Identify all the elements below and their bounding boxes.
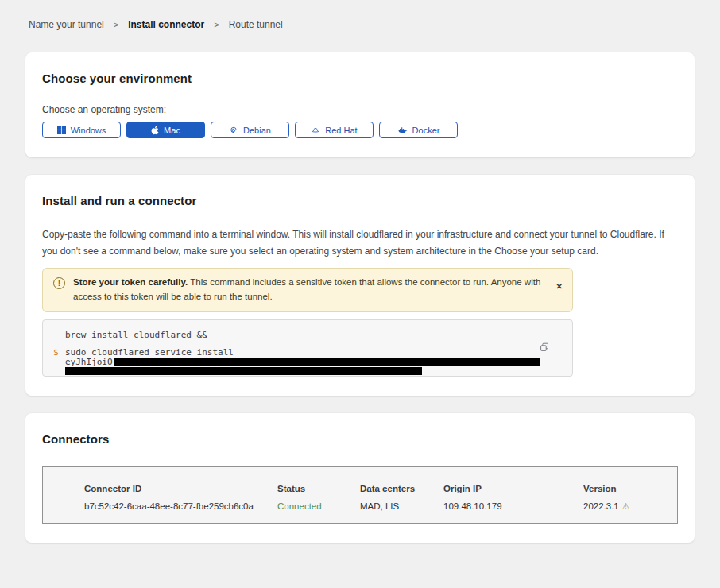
page: Name your tunnel > Install connector > R… <box>0 0 720 588</box>
column-header-connector-id: Connector ID <box>84 484 277 493</box>
version-value: 2022.3.1 <box>583 501 619 511</box>
os-button-mac[interactable]: Mac <box>126 122 205 138</box>
os-button-debian[interactable]: Debian <box>211 122 289 138</box>
terminal-prompt: $ <box>53 347 65 375</box>
terminal-command: $ sudo cloudflared service install eyJhI… <box>53 347 572 375</box>
cell-connector-id: b7c52c42-6caa-48ee-8c77-fbe259cb6c0a <box>84 501 277 512</box>
install-connector-title: Install and run a connector <box>42 194 678 207</box>
close-icon[interactable]: ✕ <box>556 280 563 293</box>
connectors-table: Connector ID Status Data centers Origin … <box>42 466 678 524</box>
column-header-origin-ip: Origin IP <box>443 484 583 493</box>
install-description: Copy-paste the following command into a … <box>42 226 678 260</box>
cell-version: 2022.3.1⚠ <box>583 501 671 512</box>
os-button-docker[interactable]: Docker <box>379 122 458 138</box>
column-header-version: Version <box>583 484 671 493</box>
column-header-data-centers: Data centers <box>360 484 443 493</box>
debian-icon <box>229 126 238 135</box>
breadcrumb-separator: > <box>114 20 118 29</box>
os-select-label: Choose an operating system: <box>42 104 678 115</box>
terminal-line-1: brew install cloudflared && <box>53 330 572 340</box>
token-prefix: eyJhIjoiO <box>65 357 113 367</box>
terminal-token-line-2 <box>65 366 540 375</box>
table-row: b7c52c42-6caa-48ee-8c77-fbe259cb6c0a Con… <box>84 501 677 512</box>
os-button-redhat[interactable]: Red Hat <box>295 122 374 138</box>
version-warning-icon: ⚠ <box>622 501 630 511</box>
token-warning-banner: ! Store your token carefully. This comma… <box>42 268 573 312</box>
token-warning-text: Store your token carefully. This command… <box>73 276 548 304</box>
breadcrumb-separator: > <box>214 20 219 29</box>
terminal-token-line: eyJhIjoiO <box>65 358 540 366</box>
copy-icon[interactable] <box>539 342 550 355</box>
table-header-row: Connector ID Status Data centers Origin … <box>84 484 677 493</box>
breadcrumb-name-your-tunnel[interactable]: Name your tunnel <box>29 19 104 30</box>
os-button-label: Windows <box>71 126 106 135</box>
choose-environment-title: Choose your environment <box>42 72 678 85</box>
cell-data-centers: MAD, LIS <box>360 501 443 512</box>
os-button-label: Debian <box>243 126 271 135</box>
cell-origin-ip: 109.48.10.179 <box>443 501 583 512</box>
choose-environment-card: Choose your environment Choose an operat… <box>25 52 695 157</box>
token-redaction-bar <box>65 367 422 375</box>
os-button-group: Windows Mac Debian Red Hat <box>42 122 678 138</box>
apple-icon <box>151 126 159 135</box>
breadcrumb-install-connector[interactable]: Install connector <box>128 19 204 30</box>
os-button-label: Red Hat <box>325 126 357 135</box>
token-warning-bold: Store your token carefully. <box>73 277 188 287</box>
breadcrumb-route-tunnel[interactable]: Route tunnel <box>229 19 283 30</box>
os-button-label: Docker <box>412 126 440 135</box>
terminal-command-block: brew install cloudflared && $ sudo cloud… <box>42 319 573 377</box>
install-connector-card: Install and run a connector Copy-paste t… <box>25 175 695 396</box>
breadcrumb: Name your tunnel > Install connector > R… <box>25 19 695 30</box>
os-button-label: Mac <box>164 126 180 135</box>
column-header-status: Status <box>277 484 360 493</box>
terminal-command-body: sudo cloudflared service install eyJhIjo… <box>65 347 540 375</box>
connectors-title: Connectors <box>42 432 678 446</box>
alert-circle-icon: ! <box>53 277 65 289</box>
redhat-icon <box>311 126 320 135</box>
windows-icon <box>57 126 66 134</box>
cell-status: Connected <box>277 501 360 512</box>
docker-icon <box>397 126 408 135</box>
os-button-windows[interactable]: Windows <box>42 122 121 138</box>
connectors-card: Connectors Connector ID Status Data cent… <box>25 413 695 543</box>
token-redaction-bar <box>114 358 540 366</box>
